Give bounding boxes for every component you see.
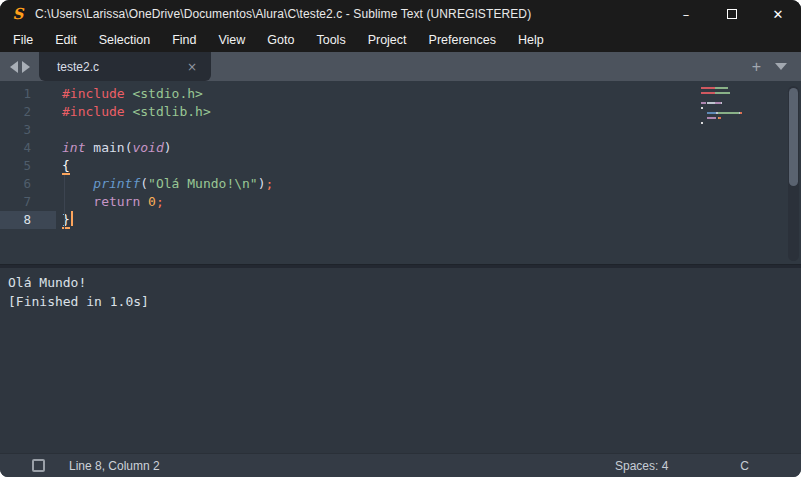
sublime-text-window: S C:\Users\Larissa\OneDrive\Documentos\A… — [0, 0, 801, 477]
line-content: #include <stdlib.h> — [56, 103, 211, 121]
window-title: C:\Users\Larissa\OneDrive\Documentos\Alu… — [35, 7, 531, 21]
line-content — [56, 121, 62, 139]
new-tab-icon[interactable]: + — [752, 59, 761, 75]
line-number: 4 — [0, 139, 56, 157]
tab-nav — [0, 52, 39, 81]
menu-item-selection[interactable]: Selection — [88, 28, 161, 52]
menu-bar: FileEditSelectionFindViewGotoToolsProjec… — [0, 28, 801, 52]
menu-item-edit[interactable]: Edit — [44, 28, 88, 52]
menu-item-preferences[interactable]: Preferences — [418, 28, 507, 52]
build-output-panel: Olá Mundo![Finished in 1.0s] — [0, 268, 801, 453]
minimap-row — [701, 97, 761, 99]
tab-bar: teste2.c × + — [0, 52, 801, 81]
minimap-row — [701, 122, 761, 124]
editor-scrollbar[interactable] — [788, 86, 799, 261]
tab-close-icon[interactable]: × — [183, 58, 201, 76]
minimap-row — [701, 87, 761, 89]
code-line-7[interactable]: 7 return 0; — [0, 193, 801, 211]
title-bar: S C:\Users\Larissa\OneDrive\Documentos\A… — [0, 0, 801, 28]
menu-item-file[interactable]: File — [2, 28, 44, 52]
menu-item-find[interactable]: Find — [161, 28, 207, 52]
syntax-mode[interactable]: C — [740, 459, 749, 473]
tab-overflow-icon[interactable] — [775, 63, 787, 70]
line-content: return 0; — [56, 193, 164, 211]
sublime-logo-icon: S — [10, 6, 26, 22]
line-number: 5 — [0, 157, 56, 175]
maximize-button[interactable] — [709, 0, 755, 28]
output-line: [Finished in 1.0s] — [8, 292, 793, 311]
line-number: 3 — [0, 121, 56, 139]
menu-item-tools[interactable]: Tools — [305, 28, 356, 52]
code-line-5[interactable]: 5{ — [0, 157, 801, 175]
line-number: 6 — [0, 175, 56, 193]
scrollbar-thumb[interactable] — [789, 88, 798, 186]
menu-item-help[interactable]: Help — [507, 28, 555, 52]
code-line-4[interactable]: 4int main(void) — [0, 139, 801, 157]
tab-actions: + — [752, 52, 801, 81]
tab-teste2c[interactable]: teste2.c × — [39, 52, 211, 81]
minimap-row — [701, 92, 761, 94]
indent-setting[interactable]: Spaces: 4 — [615, 459, 668, 473]
line-number: 1 — [0, 85, 56, 103]
output-line: Olá Mundo! — [8, 273, 793, 292]
line-number: 8 — [0, 211, 56, 229]
line-content: int main(void) — [56, 139, 172, 157]
code-line-3[interactable]: 3 — [0, 121, 801, 139]
menu-item-view[interactable]: View — [207, 28, 256, 52]
line-number: 7 — [0, 193, 56, 211]
menu-item-project[interactable]: Project — [357, 28, 418, 52]
minimize-button[interactable]: – — [663, 0, 709, 28]
line-number: 2 — [0, 103, 56, 121]
code-line-1[interactable]: 1#include <stdio.h> — [0, 85, 801, 103]
status-right: Spaces: 4 C — [615, 459, 801, 473]
minimap-row — [701, 107, 761, 109]
minimap[interactable] — [701, 87, 761, 127]
minimap-row — [701, 117, 761, 119]
minimap-row — [701, 102, 761, 104]
close-button[interactable]: ✕ — [755, 0, 801, 28]
code-line-6[interactable]: 6 printf("Olá Mundo!\n"); — [0, 175, 801, 193]
code-area: 1#include <stdio.h>2#include <stdlib.h>3… — [0, 85, 801, 229]
tab-label: teste2.c — [57, 60, 183, 74]
code-line-8[interactable]: 8} — [0, 211, 801, 229]
menu-item-goto[interactable]: Goto — [256, 28, 305, 52]
status-square-icon[interactable] — [32, 459, 45, 472]
next-tab-icon[interactable] — [22, 61, 30, 73]
window-controls: – ✕ — [663, 0, 801, 28]
cursor-position: Line 8, Column 2 — [69, 459, 160, 473]
text-caret — [71, 211, 73, 226]
maximize-icon — [727, 9, 737, 19]
line-content: printf("Olá Mundo!\n"); — [56, 175, 273, 193]
code-editor[interactable]: 1#include <stdio.h>2#include <stdlib.h>3… — [0, 81, 801, 264]
line-content: #include <stdio.h> — [56, 85, 203, 103]
minimap-row — [701, 112, 761, 114]
prev-tab-icon[interactable] — [10, 61, 18, 73]
line-content: { — [56, 157, 70, 175]
indent-guide — [64, 175, 65, 229]
status-bar: Line 8, Column 2 Spaces: 4 C — [0, 453, 801, 477]
code-line-2[interactable]: 2#include <stdlib.h> — [0, 103, 801, 121]
